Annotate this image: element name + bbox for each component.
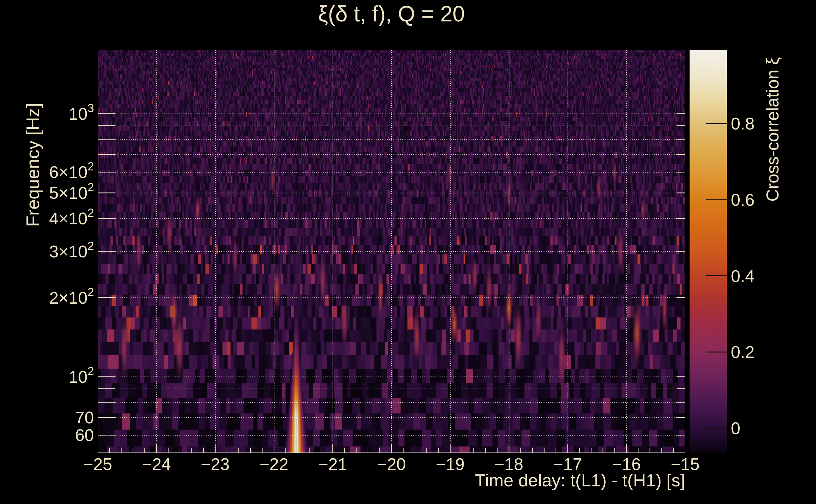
y-tick-label: 102 [19, 367, 94, 387]
colorbar-tick-label: 0.6 [731, 190, 755, 209]
y-tick-label: 103 [19, 104, 94, 124]
y-tick-label: 3×102 [19, 241, 94, 261]
y-tick-label: 2×102 [19, 288, 94, 308]
x-axis-label: Time delay: t(L1) - t(H1) [s] [98, 471, 685, 490]
colorbar-tick [706, 275, 727, 276]
y-tick-label: 70 [19, 407, 94, 427]
colorbar-tick [706, 352, 727, 352]
colorbar-tick [706, 199, 727, 200]
y-tick-label: 5×102 [19, 183, 94, 203]
colorbar-tick-label: 0.4 [731, 266, 755, 285]
colorbar-tick-label: 0.8 [731, 114, 755, 133]
y-tick-label: 60 [19, 425, 94, 445]
colorbar-gradient [690, 50, 727, 453]
colorbar [690, 50, 727, 453]
chart-title: ξ(δ t, f), Q = 20 [98, 1, 685, 26]
heatmap-canvas [98, 50, 685, 453]
colorbar-tick [706, 123, 727, 124]
y-tick-label: 6×102 [19, 162, 94, 182]
colorbar-tick-label: 0 [731, 419, 740, 438]
figure: ξ(δ t, f), Q = 20 Frequency [Hz] 1036×10… [0, 0, 816, 504]
y-tick-label: 4×102 [19, 208, 94, 228]
colorbar-tick [706, 428, 727, 429]
colorbar-tick-label: 0.2 [731, 342, 755, 361]
colorbar-label: Cross-correlation ξ [759, 50, 786, 202]
